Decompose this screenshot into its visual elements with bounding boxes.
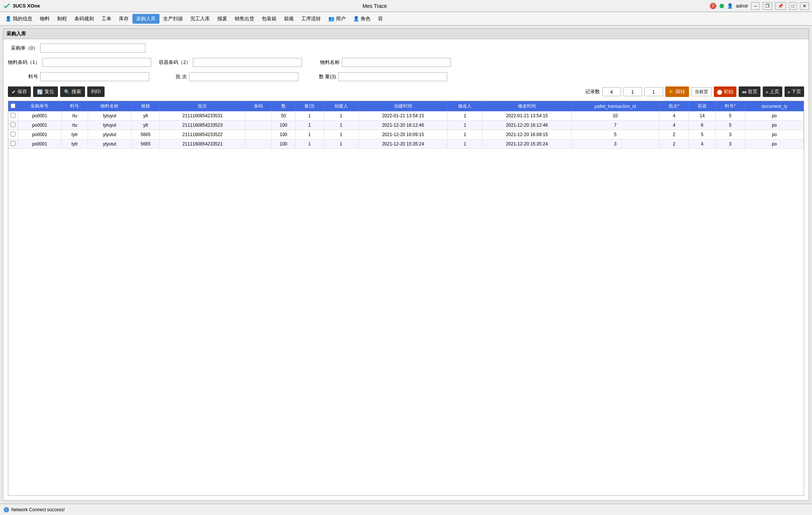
table-row[interactable]: po0001 tytr ytyutut 5665 211116085423352… xyxy=(8,139,804,149)
sidebar-item-sales-out[interactable]: 销售出货 xyxy=(231,14,258,24)
cell-modifier: 1 xyxy=(448,130,483,139)
row-checkbox-cell[interactable] xyxy=(8,111,18,121)
row-checkbox[interactable] xyxy=(11,132,15,136)
material-name-input[interactable] xyxy=(342,58,451,67)
row-checkbox-cell[interactable] xyxy=(8,121,18,130)
window-restore-button[interactable]: ❐ xyxy=(763,2,772,10)
sidebar-item-barcode-rule[interactable]: 条码规则 xyxy=(71,14,98,24)
jump-label: 跳转 xyxy=(675,89,685,94)
nav-next-button[interactable]: » 下页 xyxy=(785,86,804,97)
sidebar-item-box-rule[interactable]: 箱规 xyxy=(280,14,297,24)
cell-batch: 2111160854233531 xyxy=(160,111,245,121)
container-barcode-label: 容器条码（2） xyxy=(159,59,191,66)
window-max-button[interactable]: □ xyxy=(789,2,797,10)
reset-icon: 🔄 xyxy=(37,89,43,95)
col-batch: 批次 xyxy=(160,101,245,111)
material-barcode-label: 物料条码（1） xyxy=(8,59,40,66)
row-checkbox-cell[interactable] xyxy=(8,139,18,149)
table-row[interactable]: po0001 tytr ytyutut 5665 211116085423352… xyxy=(8,130,804,139)
sidebar-item-process[interactable]: 制程 xyxy=(53,14,71,24)
cell-creator: 1 xyxy=(323,130,358,139)
sidebar-item-inventory[interactable]: 库存 xyxy=(115,14,132,24)
nav-prev-button[interactable]: « 上页 xyxy=(763,86,782,97)
material-barcode-input[interactable] xyxy=(42,58,151,67)
batch-input[interactable] xyxy=(189,72,298,81)
nav-first-button[interactable]: ⏮ 首页 xyxy=(739,86,760,97)
nav-prev-icon: « xyxy=(766,89,768,95)
sidebar-item-scrap[interactable]: 报废 xyxy=(214,14,231,24)
cell-qty2: 1 xyxy=(295,111,323,121)
sidebar-item-material[interactable]: 物料 xyxy=(36,14,53,24)
sidebar-item-process-flow[interactable]: 工序流转 xyxy=(297,14,325,24)
menu-label-finish-in: 完工入库 xyxy=(190,15,210,22)
cell-material-name: ytyutut xyxy=(88,139,132,149)
sidebar-item-role[interactable]: 👤 角色 xyxy=(349,14,374,24)
row-checkbox[interactable] xyxy=(11,122,15,127)
sidebar-item-user[interactable]: 👥 用户 xyxy=(325,14,349,24)
cell-qty2: 1 xyxy=(295,130,323,139)
sidebar-item-purchase-in[interactable]: 采购入库 xyxy=(132,14,159,24)
cell-item-star: 3 xyxy=(715,130,745,139)
row-checkbox[interactable] xyxy=(11,113,15,118)
quantity-input[interactable] xyxy=(338,72,447,81)
cell-spec: ytt xyxy=(131,111,159,121)
sidebar-item-package[interactable]: 包装箱 xyxy=(258,14,280,24)
current-page-button[interactable]: 当前页 xyxy=(691,87,712,96)
notification-badge[interactable]: 0 xyxy=(710,3,716,9)
table-row[interactable]: po0001 rtu tytuyut ytt 2111160854233531 … xyxy=(8,111,804,121)
menu-label-user: 用户 xyxy=(336,15,346,22)
nav-start-button[interactable]: ⬤ 初始 xyxy=(714,86,736,97)
status-bar: i Network Connect success! xyxy=(0,504,812,515)
window-min-button[interactable]: ─ xyxy=(751,2,760,10)
header-checkbox-col[interactable] xyxy=(8,101,18,111)
jump-button[interactable]: ▶ 跳转 xyxy=(665,86,689,97)
search-label: 搜索 xyxy=(71,88,81,95)
app-name: 3UCS XOne xyxy=(13,3,40,9)
item-no-input[interactable] xyxy=(40,72,149,81)
menu-bar: 👤 我的信息 物料 制程 条码规则 工单 库存 采购入库 生产扫描 完工入库 报… xyxy=(0,12,812,26)
toolbar: ✔ 保存 🔄 复位 🔍 搜索 列印 记录数 xyxy=(8,86,804,97)
sidebar-item-production-scan[interactable]: 生产扫描 xyxy=(159,14,187,24)
sidebar-item-container[interactable]: 容 xyxy=(374,14,387,24)
panel-body: 采购单（0） 物料条码（1） 容器条码（2） 物料名称 xyxy=(3,39,809,500)
cell-qty1: 50 xyxy=(272,111,295,121)
cell-pallet-id: 10 xyxy=(571,111,659,121)
person-icon: 👤 xyxy=(5,16,11,21)
cell-barcode xyxy=(245,111,272,121)
container-barcode-input[interactable] xyxy=(193,58,302,67)
save-button[interactable]: ✔ 保存 xyxy=(8,86,31,97)
cell-batch-star: 4 xyxy=(659,121,689,130)
cell-doc-type: po xyxy=(745,139,803,149)
record-count-label: 记录数 xyxy=(585,88,600,95)
item-no-label: 料号 xyxy=(8,73,38,80)
select-all-checkbox[interactable] xyxy=(11,103,15,108)
table-row[interactable]: po0001 rtu tytuyut ytt 2111160854233523 … xyxy=(8,121,804,130)
material-name-field: 物料名称 xyxy=(310,58,451,67)
cell-container: 14 xyxy=(689,111,715,121)
col-qty1: 数 xyxy=(272,101,295,111)
row-checkbox-cell[interactable] xyxy=(8,130,18,139)
reset-button[interactable]: 🔄 复位 xyxy=(33,86,58,97)
menu-label-material: 物料 xyxy=(40,15,50,22)
col-qty2: 量(3) xyxy=(295,101,323,111)
cell-creator: 1 xyxy=(323,121,358,130)
print-button[interactable]: 列印 xyxy=(87,86,105,97)
record-count-input[interactable] xyxy=(602,87,621,96)
sidebar-item-work-order[interactable]: 工单 xyxy=(98,14,115,24)
window-pin-button[interactable]: 📌 xyxy=(775,2,786,10)
cell-item-no: rtu xyxy=(61,111,88,121)
search-button[interactable]: 🔍 搜索 xyxy=(60,86,85,97)
page-total-input[interactable] xyxy=(644,87,663,96)
cell-material-name: ytyutut xyxy=(88,130,132,139)
window-close-button[interactable]: ✕ xyxy=(800,2,809,10)
menu-label-role: 角色 xyxy=(361,15,370,22)
cell-creator: 1 xyxy=(323,139,358,149)
form-row-3: 料号 批 次 数 量(3) xyxy=(8,72,804,81)
purchase-order-input[interactable] xyxy=(40,44,146,53)
page-input[interactable] xyxy=(623,87,642,96)
sidebar-item-finish-in[interactable]: 完工入库 xyxy=(187,14,214,24)
sidebar-item-myinfo[interactable]: 👤 我的信息 xyxy=(2,14,36,24)
cell-qty2: 1 xyxy=(295,121,323,130)
cell-modify-time: 2021-12-20 16:12:46 xyxy=(483,121,571,130)
row-checkbox[interactable] xyxy=(11,141,15,146)
